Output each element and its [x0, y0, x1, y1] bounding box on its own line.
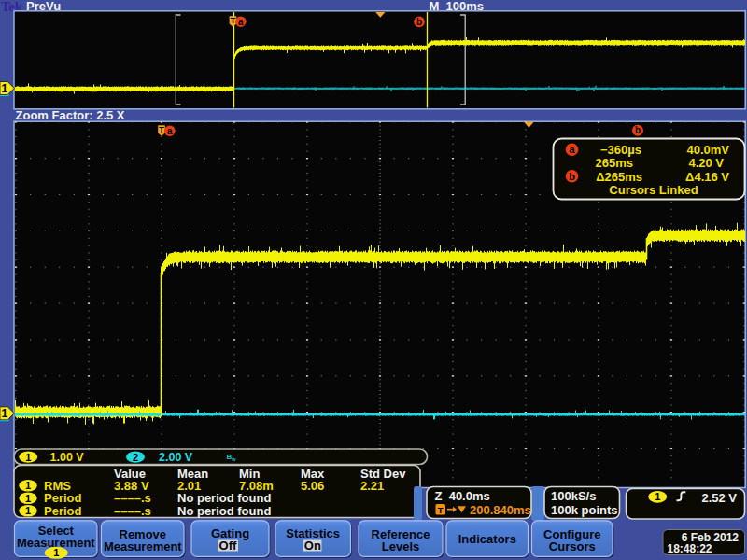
svg-text:b: b [569, 171, 575, 182]
svg-text:1: 1 [53, 547, 59, 558]
svg-text:40.0mV: 40.0mV [686, 143, 729, 157]
svg-text:Indicators: Indicators [458, 532, 516, 546]
svg-text:1: 1 [1, 407, 7, 420]
svg-text:18:48:22: 18:48:22 [668, 542, 712, 555]
svg-text:1: 1 [1, 82, 7, 95]
svg-text:T: T [159, 125, 164, 134]
svg-text:b: b [416, 17, 422, 27]
svg-text:On: On [304, 539, 321, 553]
svg-text:5.06: 5.06 [301, 479, 324, 493]
svg-text:2.52 V: 2.52 V [701, 491, 737, 505]
svg-text:––––.s: ––––.s [114, 504, 151, 518]
svg-text:a: a [167, 126, 173, 136]
svg-text:1: 1 [25, 493, 31, 504]
svg-text:Cursors: Cursors [549, 539, 596, 553]
svg-text:Z 40.0ms: Z 40.0ms [435, 489, 490, 503]
svg-text:1: 1 [25, 505, 31, 516]
svg-text:No period found: No period found [177, 504, 271, 518]
svg-text:Δ265ms: Δ265ms [596, 170, 642, 184]
svg-text:200.840ms: 200.840ms [470, 503, 531, 517]
svg-text:Period: Period [44, 504, 82, 518]
svg-text:1: 1 [655, 491, 660, 502]
svg-text:Off: Off [219, 539, 237, 553]
svg-text:1: 1 [25, 480, 31, 491]
svg-text:T: T [231, 16, 236, 25]
svg-text:Zoom Factor: 2.5 X: Zoom Factor: 2.5 X [16, 108, 125, 122]
svg-text:a: a [569, 144, 575, 155]
svg-text:Levels: Levels [382, 539, 419, 553]
svg-text:2: 2 [133, 452, 138, 463]
svg-text:T: T [438, 505, 444, 515]
svg-text:Cursors Linked: Cursors Linked [609, 183, 698, 197]
svg-text:1: 1 [25, 452, 31, 463]
svg-text:b: b [635, 125, 641, 135]
svg-text:Measurement: Measurement [104, 539, 182, 553]
svg-text:4.20 V: 4.20 V [688, 156, 724, 170]
svg-text:265ms: 265ms [596, 156, 633, 170]
svg-text:−360µs: −360µs [600, 143, 641, 157]
svg-text:a: a [238, 17, 244, 27]
svg-text:100kS/s: 100kS/s [551, 489, 596, 503]
svg-text:1.00 V: 1.00 V [50, 451, 85, 464]
svg-text:100k points: 100k points [551, 503, 618, 517]
svg-text:Δ4.16 V: Δ4.16 V [685, 170, 729, 184]
svg-text:2.21: 2.21 [360, 479, 384, 493]
svg-text:2.00 V: 2.00 V [159, 451, 193, 464]
svg-text:w: w [231, 456, 236, 462]
